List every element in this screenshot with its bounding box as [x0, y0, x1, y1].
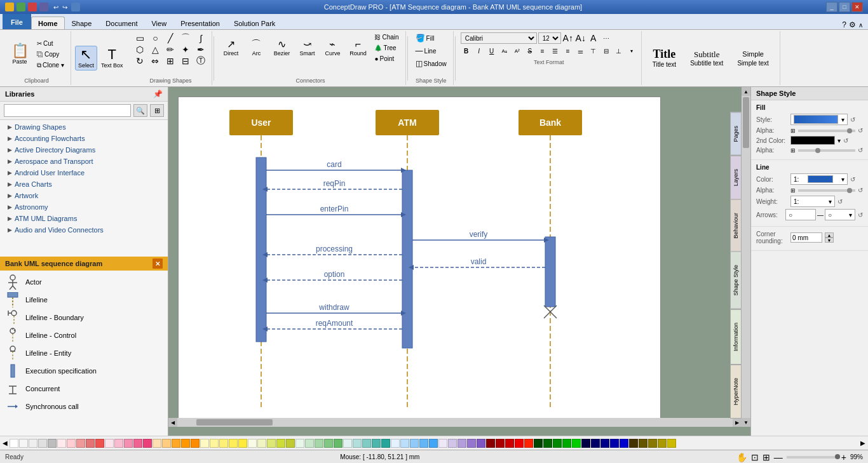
palette-color-swatch[interactable]: [353, 439, 362, 448]
palette-color-swatch[interactable]: [210, 439, 219, 448]
fill-2nd-alpha-slider[interactable]: [798, 149, 855, 152]
ribbon-help-icon[interactable]: ?: [842, 20, 846, 29]
palette-color-swatch[interactable]: [191, 439, 200, 448]
paste-button[interactable]: 📋 Paste: [6, 43, 33, 66]
direct-button[interactable]: ↗ Direct: [219, 32, 242, 64]
palette-color-swatch[interactable]: [267, 439, 276, 448]
palette-color-swatch[interactable]: [181, 439, 190, 448]
align-left-btn[interactable]: ≡: [537, 45, 548, 57]
palette-color-swatch[interactable]: [381, 439, 390, 448]
palette-scroll-right[interactable]: ▶: [860, 440, 865, 446]
italic-btn[interactable]: I: [473, 45, 485, 57]
h-scrollbar[interactable]: ◀ ▶: [168, 418, 742, 427]
sidebar-item-accounting[interactable]: ▶ Accounting Flowcharts: [0, 133, 168, 144]
diagram-canvas[interactable]: User ATM Bank: [178, 97, 661, 427]
palette-color-swatch[interactable]: [324, 439, 333, 448]
fill-2nd-reset-btn[interactable]: ↺: [843, 137, 848, 144]
fill-style-reset-btn[interactable]: ↺: [850, 116, 855, 123]
palette-color-swatch[interactable]: [543, 439, 552, 448]
tab-home[interactable]: Home: [31, 17, 65, 29]
palette-color-swatch[interactable]: [486, 439, 495, 448]
grid-icon[interactable]: ⊞: [763, 452, 770, 462]
align-justify-btn[interactable]: ⚌: [575, 45, 587, 57]
palette-color-swatch[interactable]: [448, 439, 457, 448]
title-style-btn[interactable]: Title Title text: [647, 45, 682, 71]
pencil-tool[interactable]: ✒: [194, 44, 208, 55]
zoom-in-btn[interactable]: +: [841, 452, 846, 462]
palette-color-swatch[interactable]: [305, 439, 314, 448]
palette-color-swatch[interactable]: [248, 439, 257, 448]
line-tool[interactable]: ╱: [163, 32, 177, 44]
palette-color-swatch[interactable]: [286, 439, 295, 448]
palette-color-swatch[interactable]: [19, 439, 28, 448]
palette-color-swatch[interactable]: [667, 439, 676, 448]
poly-tool[interactable]: ⬡: [133, 44, 147, 55]
palette-color-swatch[interactable]: [658, 439, 667, 448]
palette-color-swatch[interactable]: [10, 439, 18, 448]
close-btn[interactable]: ✕: [851, 2, 863, 12]
group-tool[interactable]: ⊟: [179, 55, 193, 67]
font-grow-btn[interactable]: A↑: [562, 32, 574, 44]
arc-tool-shape[interactable]: ⌒: [179, 32, 193, 44]
palette-color-swatch[interactable]: [257, 439, 266, 448]
palette-color-swatch[interactable]: [162, 439, 171, 448]
curve-tool-shape[interactable]: ∫: [194, 32, 208, 44]
text-tool[interactable]: Ⓣ: [194, 55, 208, 67]
align-tool[interactable]: ⊞: [163, 55, 177, 67]
fill-alpha-reset-btn[interactable]: ↺: [858, 127, 863, 134]
textbox-button[interactable]: T Text Box: [98, 46, 126, 70]
line-button[interactable]: — Line: [413, 45, 439, 57]
shadow-button[interactable]: ◫ Shadow: [413, 58, 449, 69]
palette-color-swatch[interactable]: [410, 439, 419, 448]
corner-input[interactable]: [790, 232, 822, 243]
align-right-btn[interactable]: ≡: [562, 45, 574, 57]
font-selector[interactable]: Calibri: [461, 32, 537, 44]
undo-icon[interactable]: ↩: [53, 4, 58, 11]
palette-color-swatch[interactable]: [38, 439, 47, 448]
line-weight-reset-btn[interactable]: ↺: [837, 198, 843, 205]
palette-color-swatch[interactable]: [391, 439, 400, 448]
palette-scroll-left[interactable]: ◀: [3, 440, 8, 446]
curve-button[interactable]: ⌁ Curve: [321, 32, 344, 64]
fill-2nd-alpha-reset-btn[interactable]: ↺: [858, 147, 863, 154]
smart-button[interactable]: ⤻ Smart: [295, 32, 318, 64]
palette-color-swatch[interactable]: [419, 439, 428, 448]
shape-item-lifeline-entity[interactable]: Lifeline - Entity: [0, 344, 168, 362]
bank-panel-close-btn[interactable]: ✕: [153, 258, 163, 269]
palette-color-swatch[interactable]: [105, 439, 114, 448]
rect-tool[interactable]: ▭: [133, 32, 147, 44]
line-alpha-slider[interactable]: [798, 189, 855, 192]
view-mode-btn[interactable]: ⊞: [150, 104, 164, 117]
v-scroll-up-btn[interactable]: ▲: [742, 87, 750, 96]
palette-color-swatch[interactable]: [429, 439, 438, 448]
palette-color-swatch[interactable]: [458, 439, 466, 448]
minimize-btn[interactable]: _: [826, 2, 837, 12]
corner-up-btn[interactable]: ▲: [825, 232, 834, 238]
palette-color-swatch[interactable]: [438, 439, 447, 448]
copy-button[interactable]: ⿻ Copy: [34, 50, 67, 59]
palette-color-swatch[interactable]: [372, 439, 381, 448]
palette-color-swatch[interactable]: [172, 439, 180, 448]
sidebar-item-audio-video[interactable]: ▶ Audio and Video Connectors: [0, 224, 168, 236]
subtitle-style-btn[interactable]: Subtitle Subtitle text: [684, 46, 729, 70]
shape-item-sync-call[interactable]: Synchronous call: [0, 398, 168, 415]
shape-item-actor[interactable]: Actor: [0, 273, 168, 291]
palette-color-swatch[interactable]: [153, 439, 161, 448]
palette-color-swatch[interactable]: [553, 439, 562, 448]
tab-presentation[interactable]: Presentation: [173, 17, 227, 29]
palette-color-swatch[interactable]: [95, 439, 104, 448]
palette-color-swatch[interactable]: [276, 439, 285, 448]
hyperNote-tab[interactable]: HyperNote: [730, 365, 742, 419]
v-scrollbar[interactable]: ▲ ▼: [742, 87, 750, 427]
sub-btn[interactable]: A₂: [499, 45, 510, 57]
line-alpha-reset-btn[interactable]: ↺: [858, 187, 863, 194]
fill-alpha-slider[interactable]: [798, 130, 855, 132]
align-bottom-btn[interactable]: ⊥: [613, 45, 625, 57]
point-button[interactable]: ● Point: [372, 54, 401, 64]
palette-color-swatch[interactable]: [629, 439, 638, 448]
palette-color-swatch[interactable]: [581, 439, 590, 448]
sidebar-item-aerospace[interactable]: ▶ Aerospace and Transport: [0, 156, 168, 167]
font-shrink-btn[interactable]: A↓: [575, 32, 587, 44]
v-scroll-down-btn[interactable]: ▼: [742, 418, 750, 427]
zoom-slider[interactable]: [787, 456, 837, 459]
